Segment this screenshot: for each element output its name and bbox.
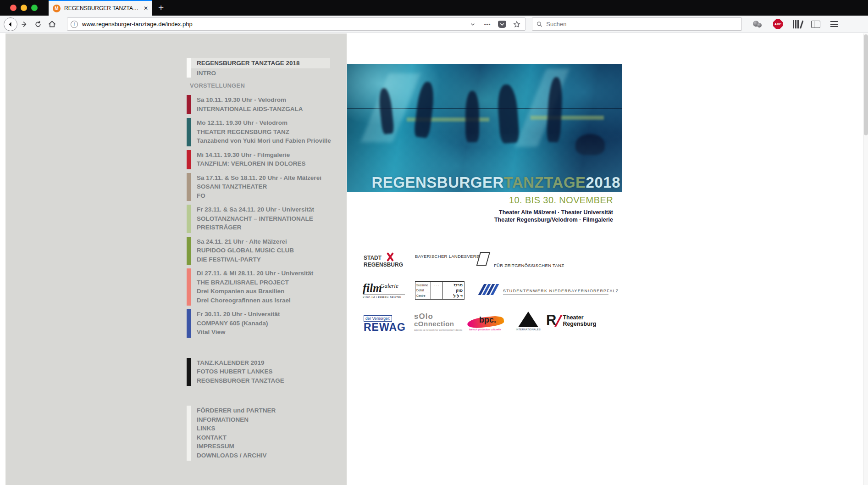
logo-suzanne-dellal-centre[interactable]: Suzanne Dellal Centre · · · מרכז סוזן ד …	[415, 281, 464, 300]
site-info-icon[interactable]: i	[71, 21, 78, 28]
bookmark-star-icon[interactable]	[512, 19, 522, 29]
nav-line[interactable]: REGENSBURGER TANZTAGE	[197, 376, 332, 385]
main-content: REGENSBURGERTANZTAGE2018 10. BIS 30. NOV…	[347, 33, 862, 485]
nav-line[interactable]: Vital View	[197, 328, 332, 337]
home-button[interactable]	[45, 17, 59, 31]
logo-solo-connection[interactable]: sOlo cOnnection agence & network for con…	[414, 312, 462, 331]
festival-date-range: 10. BIS 30. NOVEMBER	[347, 195, 613, 206]
search-bar[interactable]	[532, 17, 742, 31]
nav-line[interactable]: Sa 17.11. & So 18.11. 20 Uhr - Alte Mälz…	[197, 173, 332, 183]
studentenwerk-stripes-icon	[481, 284, 496, 295]
tab-close-icon[interactable]: ✕	[144, 5, 148, 11]
nav-line[interactable]: PREISTRÄGER	[197, 223, 332, 232]
url-bar[interactable]: i www.regensburger-tanztage.de/index.php…	[67, 17, 525, 31]
reload-button[interactable]	[31, 17, 45, 31]
back-arrow-icon	[7, 21, 14, 28]
pocket-icon[interactable]	[497, 19, 507, 29]
nav-line[interactable]: KONTAKT	[197, 433, 332, 442]
festival-venues: Theater Alte Mälzerei · Theater Universi…	[347, 209, 613, 223]
festival-title: REGENSBURGERTANZTAGE2018	[347, 174, 620, 191]
event-item[interactable]: Fr 23.11. & Sa 24.11. 20 Uhr - Universit…	[187, 205, 332, 233]
back-button[interactable]	[4, 17, 17, 31]
browser-tab[interactable]: M REGENSBURGER TANZTAGE ✕	[49, 0, 152, 16]
nav-line[interactable]: SOLOTANZNACHT – INTERNATIONALE	[197, 214, 332, 223]
nav-line[interactable]: Fr 23.11. & Sa 24.11. 20 Uhr - Universit…	[197, 205, 332, 214]
nav-line[interactable]: TANZFILM: VERLOREN IN DOLORES	[197, 159, 332, 168]
footer-links-item[interactable]: FÖRDERER und PARTNERINFORMATIONENLINKSKO…	[187, 406, 332, 461]
home-icon	[48, 20, 56, 28]
nav-line[interactable]: INTERNATIONALE AIDS-TANZGALA	[197, 105, 332, 114]
window-zoom-button[interactable]	[31, 5, 38, 11]
window-minimize-button[interactable]	[21, 5, 27, 11]
nav-line[interactable]: TANZ.KALENDER 2019	[197, 358, 332, 368]
nav-line[interactable]: THEATER REGENSBURG TANZ	[197, 128, 332, 137]
logo-internationales-pyramid[interactable]: INTERNATIONALES	[514, 312, 542, 331]
nav-line[interactable]: DIE FESTIVAL-PARTY	[197, 255, 332, 264]
search-input[interactable]	[546, 21, 737, 28]
event-item[interactable]: Fr 30.11. 20 Uhr - UniversitätCOMPANY 60…	[187, 309, 332, 338]
stadt-crest-icon	[385, 252, 395, 262]
new-tab-button[interactable]: +	[158, 1, 164, 15]
nav-line[interactable]: FOTOS HUBERT LANKES	[197, 367, 332, 376]
page-scrollbar[interactable]	[863, 33, 868, 485]
nav-line[interactable]: LINKS	[197, 424, 332, 433]
logo-filmgalerie[interactable]: film Galerie KINO IM LEEREN BEUTEL	[363, 283, 405, 299]
dancer-silhouette	[465, 91, 479, 142]
site-favicon: M	[53, 5, 61, 12]
event-item[interactable]: Sa 17.11. & So 18.11. 20 Uhr - Alte Mälz…	[187, 173, 332, 201]
logo-rewag[interactable]: der Versorger: REWAG	[364, 313, 406, 333]
nav-line[interactable]: Fr 30.11. 20 Uhr - Universität	[197, 310, 332, 319]
sidebar: REGENSBURGER TANZTAGE 2018 INTRO VORSTEL…	[6, 33, 347, 485]
forward-arrow-icon	[21, 21, 28, 28]
nav-line[interactable]: Mo 12.11. 19.30 Uhr - Velodrom	[197, 118, 332, 128]
event-item[interactable]: Sa 10.11. 19.30 Uhr - VelodromINTERNATIO…	[187, 95, 332, 114]
dancer-silhouette	[497, 84, 520, 144]
event-item[interactable]: Mi 14.11. 19.30 Uhr - FilmgalerieTANZFIL…	[187, 150, 332, 169]
library-icon[interactable]	[793, 20, 801, 28]
nav-line[interactable]: SOSANI TANZTHEATER	[197, 182, 332, 191]
event-item[interactable]: Di 27.11. & Mi 28.11. 20 Uhr - Universit…	[187, 268, 332, 306]
logo-stadt-regensburg[interactable]: STADT REGENSBURG	[364, 255, 403, 268]
nav-line[interactable]: IMPRESSUM	[197, 442, 332, 451]
pyramid-icon	[518, 312, 538, 327]
nav-line[interactable]: RUPIDOO GLOBAL MUSIC CLUB	[197, 246, 332, 255]
nav-line[interactable]: Drei ChoreografInnen aus Israel	[197, 296, 332, 305]
dancer-silhouette	[575, 134, 605, 155]
nav-line[interactable]: Sa 24.11. 21 Uhr - Alte Mälzerei	[197, 237, 332, 246]
sponsor-logos: STADT REGENSBURG BAYERISCHER LANDESVERBA…	[363, 249, 613, 337]
event-item[interactable]: Mo 12.11. 19.30 Uhr - VelodromTHEATER RE…	[187, 118, 332, 146]
sidebar-toggle-icon[interactable]	[811, 21, 820, 28]
nav-line[interactable]: INFORMATIONEN	[197, 415, 332, 424]
footer-slot: FÖRDERER und PARTNERINFORMATIONENLINKSKO…	[187, 406, 332, 461]
forward-button[interactable]	[17, 17, 31, 31]
window-close-button[interactable]	[10, 5, 17, 11]
page-actions-icon[interactable]: •••	[482, 19, 492, 29]
nav-home-block: REGENSBURGER TANZTAGE 2018 INTRO	[187, 58, 332, 78]
main-navigation: REGENSBURGER TANZTAGE 2018 INTRO VORSTEL…	[187, 58, 332, 464]
menu-hamburger-icon[interactable]	[830, 21, 838, 27]
search-icon	[536, 21, 542, 28]
extension-spheres-icon[interactable]	[753, 20, 763, 29]
nav-line[interactable]: THE BRAZIL/ISRAEL PROJECT	[197, 278, 332, 287]
logo-theater-regensburg[interactable]: R TheaterRegensburg	[546, 313, 596, 327]
nav-item-intro[interactable]: INTRO	[191, 68, 332, 78]
nav-line[interactable]: DOWNLOADS / ARCHIV	[197, 451, 332, 460]
url-dropdown-chevron-icon[interactable]	[468, 19, 478, 29]
nav-line[interactable]: Tanzabend von Yuki Mori und Fabien Priov…	[197, 136, 332, 145]
extra-links-item[interactable]: TANZ.KALENDER 2019FOTOS HUBERT LANKESREG…	[187, 358, 332, 386]
nav-line[interactable]: Drei Kompanien aus Brasilien	[197, 287, 332, 296]
nav-line[interactable]: Sa 10.11. 19.30 Uhr - Velodrom	[197, 95, 332, 105]
scrollbar-thumb[interactable]	[864, 34, 868, 135]
dancer-silhouette	[414, 81, 436, 138]
nav-line[interactable]: Mi 14.11. 19.30 Uhr - Filmgalerie	[197, 151, 332, 160]
nav-line[interactable]: FÖRDERER und PARTNER	[197, 406, 332, 415]
logo-bpc[interactable]: bpc. bansch production culturelle	[467, 313, 509, 332]
nav-line[interactable]: COMPANY 605 (Kanada)	[197, 319, 332, 328]
nav-line[interactable]: Di 27.11. & Mi 28.11. 20 Uhr - Universit…	[197, 269, 332, 278]
page-viewport: REGENSBURGER TANZTAGE 2018 INTRO VORSTEL…	[0, 33, 868, 485]
event-item[interactable]: Sa 24.11. 21 Uhr - Alte MälzereiRUPIDOO …	[187, 237, 332, 265]
url-text[interactable]: www.regensburger-tanztage.de/index.php	[82, 21, 463, 28]
nav-line[interactable]: FO	[197, 191, 332, 201]
nav-item-home-active[interactable]: REGENSBURGER TANZTAGE 2018	[191, 58, 330, 68]
adblock-plus-icon[interactable]: ABP	[773, 19, 783, 29]
